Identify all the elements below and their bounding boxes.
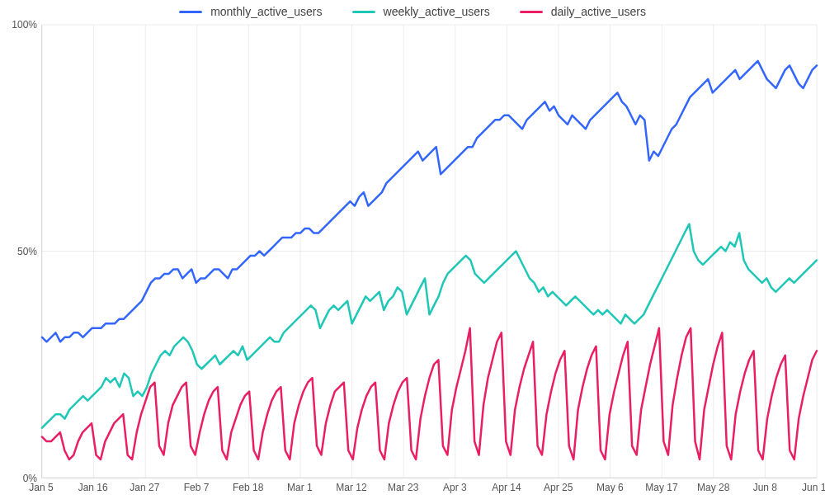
series-daily_active_users: [42, 328, 817, 459]
x-tick-label: Jun 8: [753, 482, 777, 493]
x-tick-label: Apr 14: [492, 482, 521, 493]
legend-swatch-icon: [520, 11, 543, 13]
legend-label: weekly_active_users: [384, 5, 490, 18]
y-tick-label: 50%: [17, 246, 37, 257]
x-tick-label: Mar 23: [388, 482, 418, 493]
plot-svg: [42, 25, 817, 478]
active-users-chart: monthly_active_users weekly_active_users…: [0, 0, 825, 504]
series-weekly_active_users: [42, 224, 817, 428]
x-axis: Jan 5Jan 16Jan 27Feb 7Feb 18Mar 1Mar 12M…: [41, 480, 817, 497]
legend-swatch-icon: [179, 11, 202, 13]
legend-item-mau[interactable]: monthly_active_users: [179, 5, 322, 18]
legend-item-dau[interactable]: daily_active_users: [520, 5, 646, 18]
x-tick-label: May 17: [645, 482, 677, 493]
x-tick-label: Feb 18: [233, 482, 263, 493]
x-tick-label: Mar 12: [336, 482, 366, 493]
y-axis: 0%50%100%: [0, 25, 37, 478]
legend-label: daily_active_users: [551, 5, 646, 18]
x-tick-label: Jan 5: [29, 482, 53, 493]
legend-label: monthly_active_users: [210, 5, 322, 18]
x-tick-label: Jan 16: [78, 482, 108, 493]
series-monthly_active_users: [42, 61, 817, 341]
x-tick-label: Mar 1: [287, 482, 313, 493]
x-tick-label: Apr 25: [544, 482, 573, 493]
plot-area: [41, 25, 817, 478]
x-tick-label: Apr 3: [443, 482, 467, 493]
x-tick-label: Jun 19: [802, 482, 825, 493]
x-tick-label: May 28: [697, 482, 729, 493]
y-tick-label: 100%: [12, 19, 37, 31]
legend-item-wau[interactable]: weekly_active_users: [352, 5, 490, 18]
x-tick-label: Jan 27: [130, 482, 159, 493]
legend-swatch-icon: [352, 11, 375, 13]
legend: monthly_active_users weekly_active_users…: [0, 5, 825, 18]
x-tick-label: May 6: [596, 482, 624, 493]
x-tick-label: Feb 7: [184, 482, 210, 493]
